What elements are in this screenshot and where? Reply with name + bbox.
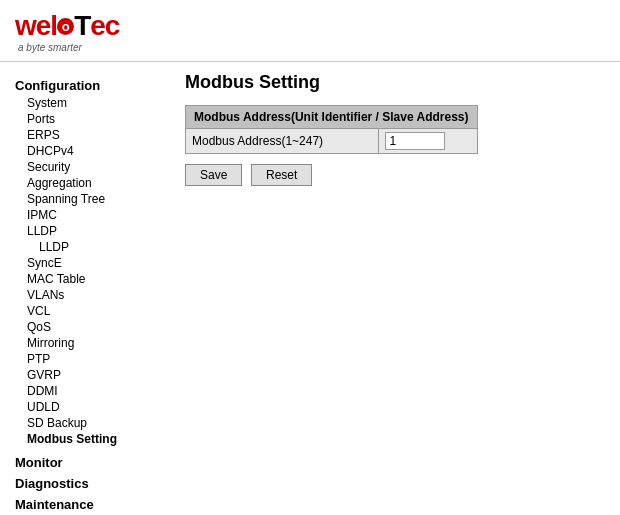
modbus-address-cell (379, 129, 477, 154)
nav-diagnostics[interactable]: Diagnostics (15, 476, 160, 491)
logo-o-circle: o (57, 18, 74, 35)
sidebar-item-vcl[interactable]: VCL (15, 303, 160, 319)
header: weloTec a byte smarter (0, 0, 620, 62)
button-row: Save Reset (185, 164, 605, 186)
save-button[interactable]: Save (185, 164, 242, 186)
sidebar-item-vlans[interactable]: VLANs (15, 287, 160, 303)
logo-letters: wel (15, 10, 57, 42)
logo-T: T (74, 10, 90, 42)
sidebar-item-security[interactable]: Security (15, 159, 160, 175)
sidebar-subitem-lldp[interactable]: LLDP (15, 239, 160, 255)
logo: weloTec a byte smarter (15, 10, 605, 53)
sidebar-item-mirroring[interactable]: Mirroring (15, 335, 160, 351)
sidebar-item-gvrp[interactable]: GVRP (15, 367, 160, 383)
sidebar-item-qos[interactable]: QoS (15, 319, 160, 335)
sidebar-item-spanning-tree[interactable]: Spanning Tree (15, 191, 160, 207)
modbus-settings-table: Modbus Address(Unit Identifier / Slave A… (185, 105, 478, 154)
sidebar-item-sd-backup[interactable]: SD Backup (15, 415, 160, 431)
layout: Configuration System Ports ERPS DHCPv4 S… (0, 62, 620, 514)
reset-button[interactable]: Reset (251, 164, 312, 186)
page-title: Modbus Setting (185, 72, 605, 93)
sidebar-item-ddmi[interactable]: DDMI (15, 383, 160, 399)
sidebar: Configuration System Ports ERPS DHCPv4 S… (0, 72, 170, 514)
modbus-address-input[interactable] (385, 132, 445, 150)
main-content: Modbus Setting Modbus Address(Unit Ident… (170, 72, 620, 514)
logo-text: weloTec (15, 10, 605, 42)
sidebar-item-dhcpv4[interactable]: DHCPv4 (15, 143, 160, 159)
sidebar-item-lldp[interactable]: LLDP (15, 223, 160, 239)
table-header: Modbus Address(Unit Identifier / Slave A… (186, 106, 478, 129)
sidebar-item-ptp[interactable]: PTP (15, 351, 160, 367)
logo-tagline: a byte smarter (18, 42, 605, 53)
sidebar-item-ports[interactable]: Ports (15, 111, 160, 127)
sidebar-item-mac-table[interactable]: MAC Table (15, 271, 160, 287)
sidebar-item-synce[interactable]: SyncE (15, 255, 160, 271)
sidebar-item-aggregation[interactable]: Aggregation (15, 175, 160, 191)
sidebar-item-ipmc[interactable]: IPMC (15, 207, 160, 223)
sidebar-item-erps[interactable]: ERPS (15, 127, 160, 143)
nav-maintenance[interactable]: Maintenance (15, 497, 160, 512)
sidebar-item-modbus-setting[interactable]: Modbus Setting (15, 431, 160, 447)
sidebar-item-system[interactable]: System (15, 95, 160, 111)
nav-configuration[interactable]: Configuration (15, 78, 160, 93)
modbus-address-label: Modbus Address(1~247) (186, 129, 379, 154)
nav-monitor[interactable]: Monitor (15, 455, 160, 470)
sidebar-item-udld[interactable]: UDLD (15, 399, 160, 415)
table-row: Modbus Address(1~247) (186, 129, 478, 154)
logo-ec: ec (90, 10, 119, 42)
